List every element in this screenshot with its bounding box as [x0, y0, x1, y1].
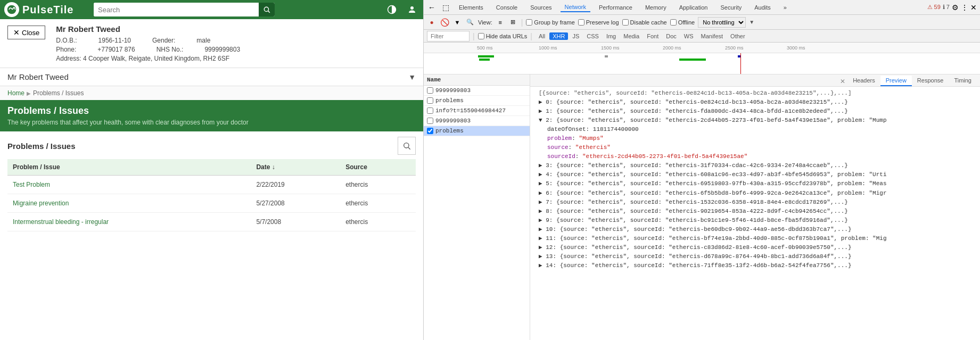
- tab-audits[interactable]: Audits: [750, 3, 775, 12]
- problem-cell: Intermenstrual bleeding - irregular: [7, 213, 251, 231]
- req-checkbox[interactable]: [427, 118, 433, 124]
- filter-js[interactable]: JS: [569, 32, 582, 40]
- user-icon[interactable]: [405, 3, 419, 16]
- view-large-icon[interactable]: ⊞: [508, 18, 518, 27]
- devtools-filter-tabs: | Hide data URLs | All XHR JS CSS Img Me…: [424, 30, 980, 43]
- timeline-content: [424, 53, 980, 74]
- group-by-frame-checkbox[interactable]: [526, 19, 532, 26]
- close-devtools-icon[interactable]: ✕: [970, 3, 977, 12]
- view-list-icon[interactable]: ≡: [496, 18, 505, 27]
- timeline-cursor: [740, 53, 741, 74]
- col-problem-header: Problem / Issue: [7, 159, 251, 176]
- devtools-back-icon[interactable]: ←: [427, 3, 437, 12]
- group-by-frame-text: Group by frame: [534, 19, 574, 26]
- req-checkbox[interactable]: [427, 107, 433, 114]
- hide-data-urls-checkbox[interactable]: [478, 33, 484, 39]
- filter-input[interactable]: [427, 31, 470, 42]
- search-input[interactable]: [94, 3, 259, 16]
- json-line: ▶ 6: {source: "ethercis", sourceId: "eth…: [534, 189, 976, 198]
- more-icon[interactable]: ⋮: [961, 3, 968, 12]
- req-checkbox[interactable]: [427, 87, 433, 94]
- table-row[interactable]: Test Problem 2/22/2019 ethercis: [7, 176, 416, 194]
- app-panel: PulseTile ✕ Close Mr Robert Tweed D.O.B.…: [0, 0, 423, 340]
- close-button[interactable]: ✕ Close: [7, 26, 45, 39]
- settings-icon[interactable]: ⚙: [952, 3, 959, 12]
- offline-checkbox[interactable]: [670, 19, 677, 26]
- patient-name-bar[interactable]: Mr Robert Tweed ▼: [0, 68, 423, 86]
- json-line: ▼ 2: {source: "ethercis", sourceId: "eth…: [534, 116, 976, 125]
- filter-button[interactable]: ▼: [452, 18, 462, 27]
- hide-data-urls-text: Hide data URLs: [486, 33, 528, 39]
- detail-tab-preview[interactable]: Preview: [880, 76, 912, 86]
- ruler-1500: 1500 ms: [601, 45, 620, 51]
- chevron-down-icon[interactable]: ▼: [408, 73, 416, 81]
- filter-doc[interactable]: Doc: [663, 32, 680, 40]
- search-button[interactable]: [259, 3, 275, 16]
- filter-media[interactable]: Media: [620, 32, 643, 40]
- filter-all[interactable]: All: [536, 32, 548, 40]
- disable-cache-label[interactable]: Disable cache: [622, 19, 667, 26]
- tab-more[interactable]: »: [779, 3, 791, 12]
- table-row[interactable]: Migraine prevention 5/27/2008 ethercis: [7, 194, 416, 213]
- group-by-frame-label[interactable]: Group by frame: [526, 19, 574, 26]
- table-header-row: Problem / Issue Date ↓ Source: [7, 159, 416, 176]
- disable-cache-checkbox[interactable]: [622, 19, 629, 26]
- tab-security[interactable]: Security: [716, 3, 746, 12]
- request-list-item[interactable]: problems: [424, 126, 530, 136]
- page-title: Problems / Issues: [7, 105, 416, 117]
- filter-img[interactable]: Img: [603, 32, 619, 40]
- json-line: ▶ 12: {source: "ethercis", sourceId: "et…: [534, 243, 976, 252]
- page-header: Problems / Issues The key problems that …: [0, 100, 423, 131]
- problem-link[interactable]: Intermenstrual bleeding - irregular: [13, 218, 109, 226]
- clear-button[interactable]: 🚫: [440, 18, 449, 27]
- name-col-header: Name: [427, 77, 441, 83]
- req-checkbox[interactable]: [427, 97, 433, 104]
- offline-label[interactable]: Offline: [670, 19, 695, 26]
- tab-performance[interactable]: Performance: [595, 3, 637, 12]
- search-network-button[interactable]: 🔍: [465, 18, 475, 27]
- tab-network[interactable]: Network: [561, 3, 590, 12]
- breadcrumb-home[interactable]: Home: [7, 89, 24, 97]
- record-button[interactable]: ●: [427, 18, 437, 27]
- throttling-select[interactable]: No throttling Fast 3G Slow 3G Offline: [698, 17, 746, 28]
- filter-font[interactable]: Font: [644, 32, 662, 40]
- req-checkbox[interactable]: [427, 128, 433, 134]
- tab-application[interactable]: Application: [675, 3, 712, 12]
- filter-ws[interactable]: WS: [681, 32, 697, 40]
- table-row[interactable]: Intermenstrual bleeding - irregular 5/7/…: [7, 213, 416, 231]
- request-list-item[interactable]: problems: [424, 96, 530, 106]
- search-bar[interactable]: [94, 3, 275, 16]
- filter-css[interactable]: CSS: [583, 32, 602, 40]
- close-detail-icon[interactable]: ✕: [838, 77, 847, 86]
- contrast-icon[interactable]: [385, 3, 399, 16]
- devtools-top-tabs: ← ⬚ Elements Console Sources Network Per…: [424, 0, 980, 15]
- request-list-item[interactable]: 9999999803: [424, 86, 530, 96]
- tab-elements[interactable]: Elements: [455, 3, 488, 12]
- filter-xhr[interactable]: XHR: [549, 32, 568, 40]
- tab-console[interactable]: Console: [492, 3, 522, 12]
- tab-sources[interactable]: Sources: [526, 3, 556, 12]
- detail-tab-response[interactable]: Response: [912, 76, 949, 86]
- preserve-log-label[interactable]: Preserve log: [578, 19, 619, 26]
- request-list-item[interactable]: 9999999803: [424, 116, 530, 126]
- filter-other[interactable]: Other: [727, 32, 748, 40]
- req-name: 9999999803: [435, 118, 526, 124]
- patient-name-header: Mr Robert Tweed: [56, 24, 416, 34]
- devtools-inspect-icon[interactable]: ⬚: [441, 3, 450, 12]
- preserve-log-checkbox[interactable]: [578, 19, 584, 26]
- tab-memory[interactable]: Memory: [641, 3, 671, 12]
- request-list-item[interactable]: info?t=1559046984427: [424, 106, 530, 116]
- filter-manifest[interactable]: Manifest: [698, 32, 727, 40]
- json-line: ▶ 3: {source: "ethercis", sourceId: "eth…: [534, 161, 976, 170]
- problems-section-title: Problems / Issues: [7, 142, 76, 151]
- json-line: ▶ 11: {source: "ethercis", sourceId: "et…: [534, 234, 976, 243]
- table-search-button[interactable]: [398, 137, 416, 155]
- dob-value: 1956-11-10: [98, 37, 131, 44]
- problem-link[interactable]: Migraine prevention: [13, 200, 69, 207]
- detail-tab-headers[interactable]: Headers: [847, 76, 880, 86]
- source-cell: ethercis: [340, 194, 416, 213]
- hide-data-urls-label[interactable]: Hide data URLs: [478, 33, 528, 39]
- req-name: 9999999803: [435, 87, 526, 94]
- detail-tab-timing[interactable]: Timing: [949, 76, 977, 86]
- problem-link[interactable]: Test Problem: [13, 181, 50, 188]
